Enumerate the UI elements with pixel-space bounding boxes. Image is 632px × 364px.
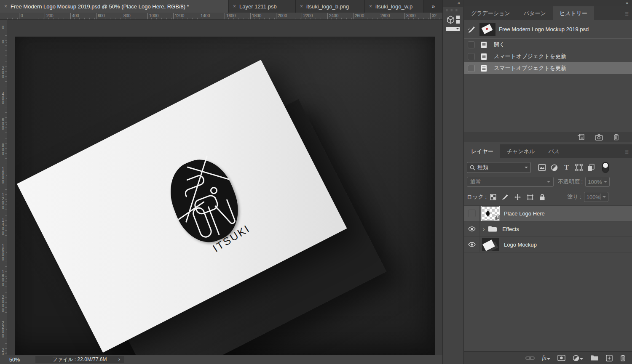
filter-shape-layers-icon[interactable] <box>573 164 585 171</box>
tab-gradients[interactable]: グラデーション <box>464 6 517 20</box>
layer-thumbnail[interactable] <box>482 207 499 220</box>
ruler-label: 2400 <box>327 13 338 20</box>
tab-layers[interactable]: レイヤー <box>464 144 500 158</box>
document-tab[interactable]: × itsuki_logo_w.p <box>365 0 423 13</box>
file-info-field[interactable]: ファイル : 22.0M/77.6M › <box>35 356 124 363</box>
filter-smart-objects-icon[interactable] <box>585 164 597 171</box>
close-icon[interactable]: × <box>4 4 7 9</box>
close-icon[interactable]: × <box>300 4 303 9</box>
chevron-down-icon <box>580 358 583 361</box>
dock-dropdown-bar[interactable] <box>446 27 460 31</box>
ruler-label: 1 2 0 0 <box>1 193 5 210</box>
lock-transparent-pixels-icon[interactable] <box>490 194 496 200</box>
lock-icons <box>490 194 545 201</box>
filter-adjustment-layers-icon[interactable] <box>548 164 560 171</box>
tab-paths[interactable]: パス <box>541 144 566 158</box>
eye-visible-icon[interactable] <box>468 226 476 231</box>
delete-layer-trash-icon[interactable] <box>620 354 626 361</box>
panel-menu-icon[interactable]: ≡ <box>625 148 629 155</box>
lock-all-padlock-icon[interactable] <box>539 194 545 201</box>
dock-grip[interactable] <box>446 8 460 12</box>
history-brush-icon[interactable] <box>468 26 476 33</box>
history-source-checkbox[interactable] <box>468 65 475 72</box>
filter-kind-select[interactable]: 種類 <box>467 162 531 173</box>
ruler-label: 2200 <box>302 13 313 20</box>
eye-visible-icon[interactable] <box>468 242 476 247</box>
layers-panel: 種類 T <box>464 158 632 350</box>
visibility-column[interactable] <box>464 206 479 221</box>
tab-channels[interactable]: チャンネル <box>500 144 542 158</box>
search-icon <box>470 165 475 170</box>
collapsed-panel-button[interactable] <box>445 13 461 34</box>
history-state-icon <box>481 53 487 60</box>
visibility-column[interactable] <box>464 237 479 252</box>
ruler-label: 200 <box>45 13 54 20</box>
layer-name[interactable]: Effects <box>502 226 519 232</box>
layer-row-place-logo-here[interactable]: Place Logo Here <box>464 206 632 221</box>
layer-thumbnail[interactable] <box>482 238 499 251</box>
delete-state-trash-icon[interactable] <box>613 133 619 141</box>
filter-pixel-layers-icon[interactable] <box>536 164 548 171</box>
tab-overflow-chevron-icon[interactable]: » <box>423 0 442 13</box>
add-layer-mask-icon[interactable] <box>557 355 565 361</box>
panel-swatch-squares <box>456 16 460 24</box>
snapshot-thumbnail[interactable] <box>479 23 495 36</box>
ruler-label: 2 0 0 <box>1 66 5 80</box>
vertical-ruler[interactable]: 002 0 04 0 06 0 08 0 01 0 0 01 2 0 01 4 … <box>0 20 7 355</box>
expand-panels-chevron-icon[interactable]: « <box>443 0 463 7</box>
opacity-input: 100% <box>585 177 610 187</box>
snapshot-thumb-dot <box>486 28 488 30</box>
chevron-down-icon <box>603 196 606 199</box>
history-state-row[interactable]: 開く <box>464 39 632 50</box>
ruler-label: 2600 <box>353 13 364 20</box>
snapshot-label[interactable]: Free Modern Logo Mockup 2019.psd <box>499 26 589 32</box>
filter-toggle-switch[interactable] <box>602 162 609 173</box>
lock-image-pixels-brush-icon[interactable] <box>502 194 509 200</box>
opacity-value: 100% <box>588 179 602 185</box>
layer-row-logo-mockup[interactable]: Logo Mockup <box>464 237 632 252</box>
history-source-checkbox[interactable] <box>468 53 475 60</box>
ruler-label: 1 4 0 0 <box>1 218 5 236</box>
history-snapshot-row[interactable]: Free Modern Logo Mockup 2019.psd <box>464 20 632 39</box>
horizontal-ruler[interactable]: 0200400600800100012001400160018002000220… <box>7 13 442 20</box>
layer-name[interactable]: Logo Mockup <box>504 242 537 248</box>
divider <box>602 178 602 185</box>
lock-position-move-icon[interactable] <box>514 194 521 201</box>
visibility-column[interactable] <box>464 221 479 236</box>
lock-artboard-icon[interactable] <box>527 194 534 200</box>
status-chevron-icon[interactable]: › <box>118 356 120 363</box>
close-icon[interactable]: × <box>369 4 372 9</box>
status-bar: 50% ファイル : 22.0M/77.6M › <box>0 355 442 364</box>
history-state-row-selected[interactable]: スマートオブジェクトを更新 <box>464 62 632 74</box>
document-tab-active[interactable]: × Free Modern Logo Mockup 2019.psd @ 50%… <box>0 0 229 13</box>
panel-menu-icon[interactable]: ≡ <box>625 10 629 17</box>
new-group-folder-icon[interactable] <box>590 355 599 361</box>
visibility-empty-well[interactable] <box>468 210 476 217</box>
filter-type-layers-icon[interactable]: T <box>560 164 573 171</box>
layer-name[interactable]: Place Logo Here <box>504 210 545 217</box>
layer-style-fx-icon[interactable]: fx <box>542 354 550 361</box>
tab-patterns[interactable]: パターン <box>517 6 553 20</box>
new-snapshot-camera-icon[interactable] <box>595 134 603 141</box>
fill-label: 塗り : <box>567 193 581 201</box>
group-collapsed-chevron-icon[interactable]: › <box>483 226 485 232</box>
collapse-panels-chevron-icon[interactable]: » <box>464 0 632 6</box>
ruler-label: 2 4 <box>1 348 5 355</box>
adjustment-layer-icon[interactable] <box>573 355 583 361</box>
ruler-label: 2 2 0 0 <box>1 321 5 338</box>
layer-row-effects-group[interactable]: › Effects <box>464 221 632 237</box>
document-tab[interactable]: × itsuki_logo_b.png <box>296 0 365 13</box>
ruler-label: 6 0 0 <box>1 118 5 131</box>
tab-history[interactable]: ヒストリー <box>553 6 594 20</box>
history-source-checkbox[interactable] <box>468 41 475 48</box>
zoom-level-field[interactable]: 50% <box>9 357 29 363</box>
history-panel: Free Modern Logo Mockup 2019.psd 開く スマート… <box>464 20 632 132</box>
document-tab[interactable]: × Layer 1211.psb <box>229 0 296 13</box>
ruler-label: 8 0 0 <box>1 143 5 157</box>
new-document-from-state-icon[interactable] <box>577 133 585 141</box>
new-layer-icon[interactable] <box>606 355 613 361</box>
canvas-document[interactable]: ITSUKI <box>15 37 435 355</box>
close-icon[interactable]: × <box>233 4 236 9</box>
history-state-row[interactable]: スマートオブジェクトを更新 <box>464 50 632 62</box>
ruler-label: 2000 <box>276 13 287 20</box>
